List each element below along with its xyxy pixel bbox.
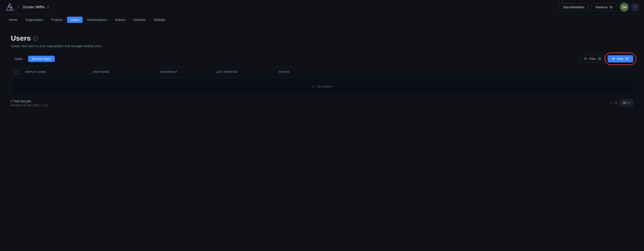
topbar-left: / Dunder Mifflin <box>6 3 50 12</box>
page-size-value: 20 <box>623 101 626 105</box>
filter-label: Filter <box>589 57 596 61</box>
total-results: 0 Total Results <box>11 99 48 103</box>
main-content: Users i Create new users in your organiz… <box>0 25 644 116</box>
page-size-select[interactable]: 20 <box>620 99 633 106</box>
th-last-modified: LAST MODIFIED <box>212 67 275 78</box>
info-icon[interactable]: i <box>33 36 38 41</box>
svg-point-4 <box>610 7 612 8</box>
logo-icon[interactable] <box>6 3 14 12</box>
pagination-range: 0 - 20 <box>610 101 618 105</box>
tab-users[interactable]: Users <box>11 56 26 62</box>
chevron-down-icon <box>628 102 630 104</box>
plus-icon <box>612 57 615 61</box>
svg-line-3 <box>10 7 12 10</box>
select-all-checkbox[interactable] <box>14 71 18 75</box>
org-selector[interactable]: Dunder Mifflin <box>23 5 50 9</box>
nav-item-actions[interactable]: Actions <box>112 17 129 23</box>
chevron-updown-icon <box>46 6 50 9</box>
page-title: Users <box>11 34 31 43</box>
table: DISPLAY NAME USER NAME CREATED AT LAST M… <box>11 67 633 95</box>
results-date: Monday 13. Mar 2023, 11:21 <box>11 104 48 107</box>
avatar[interactable]: ZA <box>620 3 629 12</box>
page-subtitle: Create new users in your organization an… <box>11 44 633 48</box>
breadcrumb-separator: / <box>18 5 19 10</box>
help-button[interactable]: ? <box>632 4 638 11</box>
filter-icon <box>584 57 587 61</box>
nav-item-users[interactable]: Users <box>67 17 82 23</box>
new-kbd: N <box>625 57 629 60</box>
nav-item-home[interactable]: Home <box>6 17 21 23</box>
th-checkbox <box>11 67 22 78</box>
filter-kbd: F <box>598 57 602 60</box>
documentation-button[interactable]: Documentation <box>559 3 588 11</box>
tab-row-left: Users Service Users <box>11 56 55 62</box>
empty-message: No entries <box>318 85 332 88</box>
new-button-wrapper: New N <box>608 55 633 62</box>
nav-item-organization[interactable]: Organization <box>22 17 47 23</box>
tab-service-users[interactable]: Service Users <box>28 56 55 62</box>
th-display-name: DISPLAY NAME <box>22 67 89 78</box>
results-info: 0 Total Results Monday 13. Mar 2023, 11:… <box>11 99 48 107</box>
table-footer: 0 Total Results Monday 13. Mar 2023, 11:… <box>11 99 633 107</box>
th-created-at: CREATED AT <box>156 67 212 78</box>
navbar: Home Organization Projects Users Authori… <box>0 14 644 25</box>
empty-state: ⚠ No entries <box>11 78 633 95</box>
gear-icon <box>609 6 613 9</box>
new-button[interactable]: New N <box>608 55 633 62</box>
page-title-row: Users i <box>11 34 633 43</box>
org-name: Dunder Mifflin <box>23 5 45 9</box>
tab-row: Users Service Users Filter F New N <box>11 55 633 63</box>
empty-icon: ⚠ <box>312 84 315 88</box>
table-body: ⚠ No entries <box>11 78 633 95</box>
nav-item-domains[interactable]: Domains <box>130 17 150 23</box>
nav-item-settings[interactable]: Settings <box>150 17 169 23</box>
th-status: STATUS <box>275 67 633 78</box>
nav-item-projects[interactable]: Projects <box>48 17 66 23</box>
filter-button[interactable]: Filter F <box>580 55 606 63</box>
tab-row-right: Filter F New N <box>580 55 633 63</box>
topbar-right: Documentation Instance ZA ? <box>559 3 638 12</box>
nav-item-authorizations[interactable]: Authorizations <box>84 17 110 23</box>
pagination-right: 0 - 20 20 <box>610 99 633 106</box>
topbar: / Dunder Mifflin Documentation Instance … <box>0 0 644 14</box>
new-label: New <box>617 57 623 61</box>
th-user-name: USER NAME <box>89 67 156 78</box>
table-header: DISPLAY NAME USER NAME CREATED AT LAST M… <box>11 67 633 78</box>
instance-button[interactable]: Instance <box>591 3 617 11</box>
